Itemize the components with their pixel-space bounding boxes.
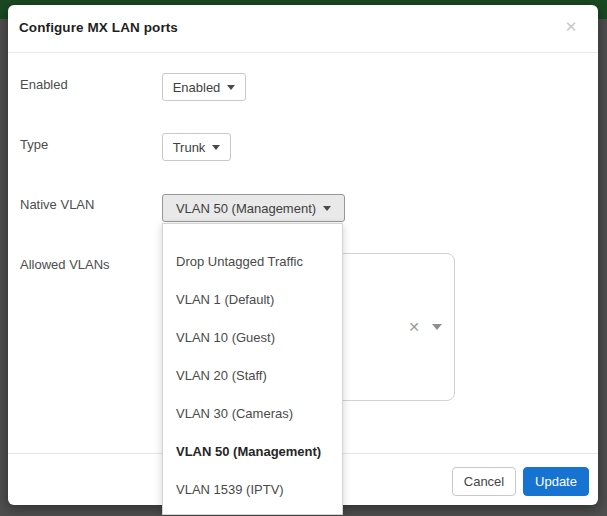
cancel-button[interactable]: Cancel xyxy=(452,467,516,496)
enabled-dropdown[interactable]: Enabled xyxy=(162,73,246,101)
close-icon[interactable]: ✕ xyxy=(561,17,581,37)
native-vlan-label: Native VLAN xyxy=(20,197,94,212)
type-label: Type xyxy=(20,137,48,152)
native-vlan-dropdown-value: VLAN 50 (Management) xyxy=(176,201,316,216)
allowed-vlans-label: Allowed VLANs xyxy=(20,257,110,272)
type-dropdown-value: Trunk xyxy=(173,140,206,155)
chevron-down-icon xyxy=(227,85,235,90)
menu-item-vlan-50-management[interactable]: VLAN 50 (Management) xyxy=(163,432,342,470)
native-vlan-options-menu: Drop Untagged Traffic VLAN 1 (Default) V… xyxy=(162,223,343,515)
menu-item-vlan-20-staff[interactable]: VLAN 20 (Staff) xyxy=(163,356,342,394)
menu-item-vlan-10-guest[interactable]: VLAN 10 (Guest) xyxy=(163,318,342,356)
native-vlan-dropdown[interactable]: VLAN 50 (Management) xyxy=(162,194,345,222)
menu-item-vlan-30-cameras[interactable]: VLAN 30 (Cameras) xyxy=(163,394,342,432)
menu-item-vlan-1-default[interactable]: VLAN 1 (Default) xyxy=(163,280,342,318)
menu-item-vlan-1539-iptv[interactable]: VLAN 1539 (IPTV) xyxy=(163,470,342,508)
multiselect-controls: ✕ xyxy=(408,254,442,400)
modal-header: Configure MX LAN ports ✕ xyxy=(8,5,598,53)
update-button[interactable]: Update xyxy=(523,467,589,496)
chevron-down-icon xyxy=(212,145,220,150)
type-dropdown[interactable]: Trunk xyxy=(162,133,231,161)
screen: Configure MX LAN ports ✕ Enabled Enabled… xyxy=(0,0,607,516)
chevron-down-icon[interactable] xyxy=(432,324,442,330)
enabled-label: Enabled xyxy=(20,77,68,92)
configure-mx-lan-ports-modal: Configure MX LAN ports ✕ Enabled Enabled… xyxy=(8,5,598,505)
chevron-down-icon xyxy=(323,206,331,211)
clear-icon[interactable]: ✕ xyxy=(408,320,420,334)
modal-title: Configure MX LAN ports xyxy=(19,20,178,35)
menu-item-drop-untagged-traffic[interactable]: Drop Untagged Traffic xyxy=(163,242,342,280)
enabled-dropdown-value: Enabled xyxy=(173,80,221,95)
